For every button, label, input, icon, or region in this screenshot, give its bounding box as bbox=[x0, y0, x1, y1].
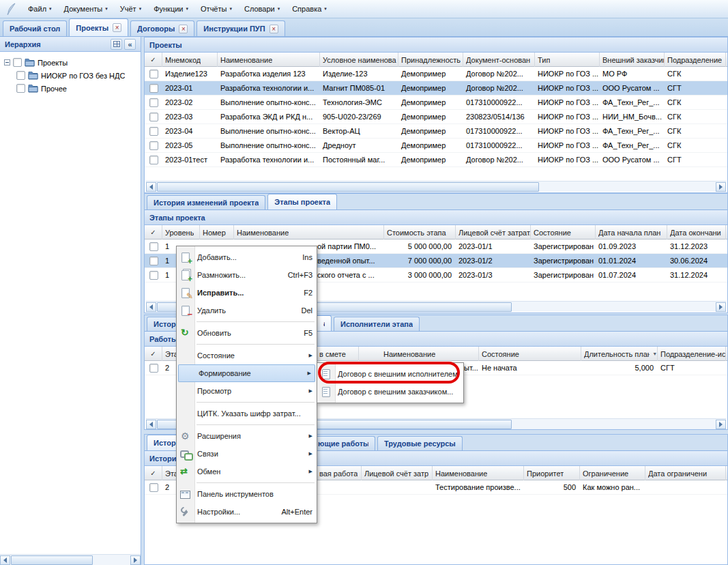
menubar-item[interactable]: Справка▾ bbox=[286, 0, 333, 18]
column-header[interactable]: Лицевой счёт затр bbox=[362, 466, 433, 480]
column-header[interactable]: Дата начала план bbox=[596, 225, 667, 240]
column-header[interactable]: Стоимость этапа bbox=[384, 225, 456, 240]
menubar-item[interactable]: Учёт▾ bbox=[114, 0, 147, 18]
tree-node[interactable]: Проекты bbox=[0, 56, 141, 69]
column-header[interactable]: Условное наименова bbox=[320, 53, 398, 67]
row-checkbox[interactable] bbox=[149, 271, 158, 280]
row-checkbox[interactable] bbox=[149, 70, 158, 78]
menu-item[interactable]: Панель инструментов bbox=[177, 485, 317, 503]
column-header[interactable]: Уровень bbox=[162, 225, 200, 240]
row-checkbox[interactable] bbox=[149, 113, 158, 121]
tab[interactable]: Исполнители этапа bbox=[334, 317, 420, 331]
menu-item[interactable]: ЦИТК. Указать шифр затрат... bbox=[177, 405, 317, 422]
menubar-item[interactable]: Функции▾ bbox=[147, 0, 194, 18]
sidebar-find-button[interactable] bbox=[111, 39, 122, 50]
grid-row[interactable]: 2023-04Выполнение опытно-конс...Вектор-А… bbox=[145, 124, 727, 139]
select-all-column-header[interactable]: ✓ bbox=[145, 53, 162, 67]
menubar-item[interactable]: Документы▾ bbox=[58, 0, 114, 18]
tree-checkbox[interactable] bbox=[16, 71, 25, 80]
tab-close-icon[interactable]: × bbox=[113, 23, 121, 32]
scroll-right-button[interactable] bbox=[716, 182, 726, 192]
column-header[interactable]: Тип bbox=[535, 53, 600, 67]
row-checkbox[interactable] bbox=[149, 156, 158, 164]
column-header[interactable]: Состояние bbox=[479, 347, 581, 361]
column-header[interactable]: Наименование bbox=[234, 225, 384, 240]
sidebar-collapse-button[interactable]: « bbox=[124, 39, 136, 50]
column-header[interactable]: Наименование bbox=[218, 53, 320, 67]
column-header[interactable]: Номер bbox=[200, 225, 234, 240]
scroll-thumb[interactable] bbox=[157, 182, 539, 192]
menu-item[interactable]: Настройки...Alt+Enter bbox=[177, 503, 317, 521]
menu-item[interactable]: Состояние▶ bbox=[177, 347, 317, 364]
scroll-left-button[interactable] bbox=[146, 302, 156, 312]
column-header[interactable]: Подразделение-испо bbox=[658, 347, 726, 361]
tab-close-icon[interactable]: × bbox=[179, 25, 188, 33]
grid-row[interactable]: 2023-01тестРазработка технологии и...Пос… bbox=[145, 153, 727, 167]
tree-node[interactable]: Прочее bbox=[0, 82, 141, 95]
tab[interactable]: Этапы проекта bbox=[267, 194, 337, 209]
column-header[interactable]: Подразделение bbox=[665, 53, 726, 67]
menu-item[interactable]: Добавить...Ins bbox=[177, 248, 317, 266]
column-header[interactable]: Документ-основан bbox=[463, 53, 535, 67]
tab[interactable]: История изменений проекта bbox=[147, 195, 265, 209]
scroll-right-button[interactable] bbox=[716, 302, 726, 312]
tree-node[interactable]: НИОКР по ГОЗ без НДС bbox=[0, 69, 141, 82]
row-checkbox[interactable] bbox=[149, 98, 158, 107]
tree-checkbox[interactable] bbox=[13, 58, 22, 67]
menu-item[interactable]: Связи▶ bbox=[177, 445, 317, 463]
column-header[interactable]: Ограничение bbox=[580, 466, 645, 480]
menubar-item[interactable]: Файл▾ bbox=[22, 0, 58, 18]
tab-close-icon[interactable]: × bbox=[270, 25, 278, 33]
column-header[interactable]: Внешний заказчик bbox=[600, 53, 665, 67]
menubar-item[interactable]: Словари▾ bbox=[238, 0, 286, 18]
grid-row[interactable]: 2023-01Разработка технологии и...Магнит … bbox=[145, 81, 727, 96]
column-header[interactable]: Мнемокод bbox=[162, 53, 218, 67]
tree-collapse-icon[interactable] bbox=[4, 59, 10, 66]
row-checkbox[interactable] bbox=[149, 141, 158, 150]
grid-row[interactable]: 2023-05Выполнение опытно-конс...Дредноут… bbox=[145, 139, 727, 153]
tree-checkbox[interactable] bbox=[16, 84, 25, 93]
column-header[interactable]: Наименование bbox=[359, 347, 479, 361]
column-header[interactable]: Дата ограничени bbox=[645, 466, 726, 480]
scroll-left-button[interactable] bbox=[146, 420, 156, 429]
menu-item[interactable]: Исправить...F2 bbox=[177, 284, 317, 302]
select-all-column-header[interactable]: ✓ bbox=[145, 347, 162, 361]
tab[interactable]: Договоры× bbox=[130, 20, 194, 36]
column-header[interactable]: Лицевой счёт затрат. bbox=[456, 225, 531, 240]
scroll-right-button[interactable] bbox=[716, 420, 726, 429]
row-checkbox[interactable] bbox=[149, 257, 158, 265]
select-all-column-header[interactable]: ✓ bbox=[145, 466, 162, 480]
grid-row[interactable]: 2023-02Выполнение опытно-конс...Технолог… bbox=[145, 96, 727, 110]
select-all-column-header[interactable]: ✓ bbox=[145, 225, 162, 240]
row-checkbox[interactable] bbox=[149, 84, 158, 93]
grid-row[interactable]: Изделие123Разработка изделия 123Изделие-… bbox=[145, 67, 727, 81]
tab[interactable]: Проекты× bbox=[69, 18, 128, 36]
menu-item[interactable]: ОбновитьF5 bbox=[177, 324, 317, 342]
scroll-thumb[interactable] bbox=[11, 555, 93, 565]
menu-item[interactable]: Формирование▶ bbox=[178, 364, 315, 382]
sidebar-hscrollbar[interactable] bbox=[0, 554, 141, 565]
tab[interactable]: Инструкции ПУП× bbox=[196, 20, 285, 36]
scroll-right-button[interactable] bbox=[130, 555, 141, 565]
menubar-item[interactable]: Отчёты▾ bbox=[194, 0, 238, 18]
scroll-left-button[interactable] bbox=[146, 182, 156, 192]
column-header[interactable]: Наименование bbox=[433, 466, 524, 480]
row-checkbox[interactable] bbox=[149, 483, 158, 492]
row-checkbox[interactable] bbox=[149, 127, 158, 136]
grid-row[interactable]: 2023-03Разработка ЭКД и РКД н...905-U020… bbox=[145, 110, 727, 124]
menu-item[interactable]: Расширения▶ bbox=[177, 427, 317, 445]
column-header[interactable]: Дата окончани bbox=[667, 225, 726, 240]
column-header[interactable]: Длительность план▼ bbox=[581, 347, 658, 361]
menu-item[interactable]: Договор с внешним заказчиком... bbox=[317, 383, 463, 401]
tab[interactable]: Трудовые ресурсы bbox=[377, 436, 463, 450]
column-header[interactable]: Состояние bbox=[531, 225, 596, 240]
row-checkbox[interactable] bbox=[149, 364, 158, 373]
menu-item[interactable]: Размножить...Ctrl+F3 bbox=[177, 266, 317, 284]
tab[interactable]: Рабочий стол bbox=[3, 20, 67, 36]
row-checkbox[interactable] bbox=[149, 242, 158, 251]
projects-hscrollbar[interactable] bbox=[146, 181, 726, 192]
menu-item[interactable]: Просмотр▶ bbox=[177, 382, 317, 400]
scroll-left-button[interactable] bbox=[0, 555, 10, 565]
menu-item[interactable]: УдалитьDel bbox=[177, 302, 317, 319]
column-header[interactable]: Принадлежность bbox=[398, 53, 463, 67]
